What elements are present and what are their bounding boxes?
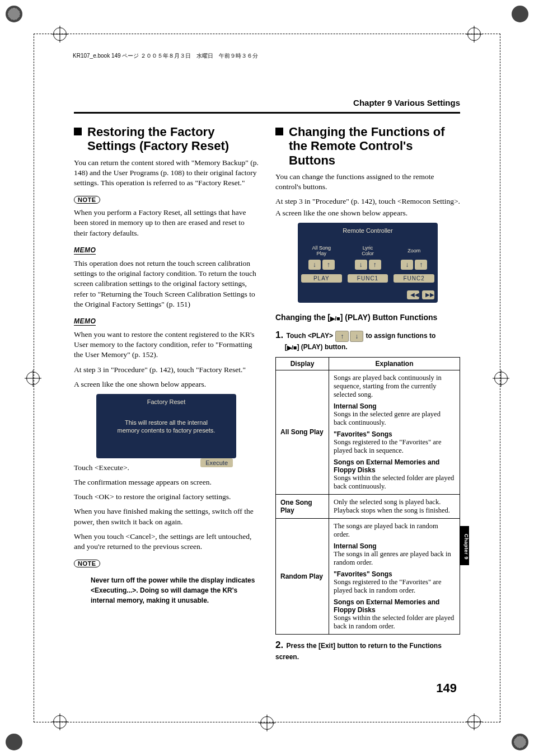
content-columns: Restoring the Factory Settings (Factory …	[74, 120, 460, 678]
crosshair-icon	[494, 372, 508, 385]
note-text: When you perform a Factory Reset, all se…	[74, 208, 259, 238]
left-column: Restoring the Factory Settings (Factory …	[74, 120, 259, 678]
subheading-play-functions: Changing the [▶/■] (PLAY) Button Functio…	[275, 313, 460, 322]
crosshair-icon	[467, 715, 481, 729]
section-heading-factory-reset: Restoring the Factory Settings (Factory …	[74, 125, 259, 153]
print-corner-icon	[6, 734, 22, 750]
arrow-down-icon: ↓	[308, 260, 321, 270]
nav-arrows: ◀◀ ▶▶	[301, 290, 434, 299]
heading-text: Changing the Functions of the Remote Con…	[289, 125, 460, 167]
table-header-row: Display Explanation	[276, 357, 460, 370]
screenshot-title: Factory Reset	[100, 397, 233, 405]
note-label: NOTE	[74, 560, 100, 567]
play-stop-icon: ▶/■	[330, 315, 340, 322]
panel-allsong: All Song Play ↓↑	[301, 245, 342, 270]
right-column: Changing the Functions of the Remote Con…	[275, 120, 460, 678]
arrow-pair: ↓↑	[301, 260, 342, 270]
remote-controller-screenshot: Remote Controller All Song Play ↓↑ Lyric…	[298, 223, 438, 303]
function-table: Display Explanation All Song Play Songs …	[275, 357, 460, 635]
next-icon: ▶▶	[422, 290, 434, 299]
table-row: One Song Play Only the selected song is …	[276, 494, 460, 518]
factory-reset-screenshot: Factory Reset This will restore all the …	[96, 394, 236, 458]
cell-explanation: The songs are played back in random orde…	[329, 518, 460, 634]
arrow-pair: ↓↑	[348, 260, 388, 270]
page-number: 149	[436, 681, 457, 696]
cell-display: Random Play	[276, 518, 329, 634]
square-bullet-icon	[74, 128, 82, 135]
body-text: When you touch <Cancel>, the settings ar…	[74, 532, 259, 552]
table-row: Random Play The songs are played back in…	[276, 518, 460, 634]
table-row: All Song Play Songs are played back cont…	[276, 370, 460, 494]
body-text: Touch <OK> to restore the original facto…	[74, 492, 259, 502]
prev-icon: ◀◀	[407, 290, 419, 299]
crosshair-icon	[53, 27, 67, 41]
cell-display: One Song Play	[276, 494, 329, 518]
body-text: The confirmation message appears on scre…	[74, 477, 259, 487]
print-guide	[34, 34, 500, 34]
arrow-up-icon: ↑	[322, 260, 335, 270]
crosshair-icon	[260, 716, 274, 730]
step-text: Touch <PLAY>	[287, 332, 333, 340]
arrow-up-icon: ↑	[335, 331, 349, 342]
panel-lyric: Lyric Color ↓↑	[348, 245, 388, 270]
crosshair-icon	[26, 372, 40, 385]
cell-explanation: Songs are played back continuously in se…	[329, 370, 460, 494]
note-label: NOTE	[74, 196, 100, 204]
step-2: 2. Press the [Exit] button to return to …	[275, 638, 460, 663]
table-header-display: Display	[276, 357, 329, 370]
memo-label: MEMO	[74, 246, 96, 255]
cell-explanation: Only the selected song is played back. P…	[329, 494, 460, 518]
body-text: A screen like the one shown below appear…	[275, 208, 460, 218]
arrow-up-icon: ↑	[369, 260, 381, 270]
func1-label: FUNC1	[348, 274, 388, 283]
step-number: 2.	[275, 640, 283, 650]
chapter-rule	[74, 112, 460, 114]
func-play-label: PLAY	[301, 274, 342, 283]
memo-text: When you want to restore the content reg…	[74, 330, 259, 360]
cell-display: All Song Play	[276, 370, 329, 494]
step-text: to assign functions to	[366, 332, 436, 340]
func2-label: FUNC2	[394, 274, 434, 283]
screenshot-message: This will restore all the internal memor…	[100, 419, 233, 435]
chapter-side-tab: Chapter 9	[460, 526, 469, 565]
execute-button: Execute	[200, 458, 233, 467]
step-1: 1. Touch <PLAY> ↑↓ to assign functions t…	[275, 328, 460, 353]
body-text: At step 3 in "Procedure" (p. 142), touch…	[275, 196, 460, 206]
panel-zoom: Zoom ↓↑	[394, 245, 434, 270]
panel-label: All Song Play	[301, 245, 342, 257]
section-heading-remote-buttons: Changing the Functions of the Remote Con…	[275, 125, 460, 167]
body-text: You can return the content stored with "…	[74, 158, 259, 189]
step-text: Press the [Exit] button to return to the…	[275, 642, 442, 661]
chapter-title: Chapter 9 Various Settings	[353, 98, 460, 107]
crosshair-icon	[467, 27, 481, 41]
step-text: [▶/■] (PLAY) button.	[285, 343, 348, 351]
screenshot-panels: All Song Play ↓↑ Lyric Color ↓↑ Zoom ↓↑	[301, 245, 434, 270]
arrow-up-icon: ↑	[415, 260, 427, 270]
memo-text: This operation does not return the touch…	[74, 259, 259, 309]
step-number: 1.	[275, 330, 283, 340]
func-labels: PLAY FUNC1 FUNC2	[301, 274, 434, 283]
memo-label: MEMO	[74, 317, 96, 326]
arrow-down-icon: ↓	[401, 260, 413, 270]
square-bullet-icon	[275, 128, 283, 135]
heading-text: Restoring the Factory Settings (Factory …	[87, 125, 259, 153]
panel-label: Zoom	[394, 245, 434, 257]
table-header-explanation: Explanation	[329, 357, 460, 370]
body-text: You can change the functions assigned to…	[275, 172, 460, 192]
arrow-down-icon: ↓	[355, 260, 367, 270]
note-text-bold: Never turn off the power while the displ…	[91, 575, 259, 605]
print-corner-icon	[6, 6, 22, 22]
body-text: A screen like the one shown below appear…	[74, 379, 259, 389]
body-text: At step 3 in "Procedure" (p. 142), touch…	[74, 365, 259, 375]
print-corner-icon	[512, 6, 528, 22]
page-root: KR107_e.book 149 ページ ２００５年８月３日 水曜日 午前９時３…	[0, 0, 534, 756]
play-stop-icon: ▶/■	[287, 343, 297, 353]
print-header: KR107_e.book 149 ページ ２００５年８月３日 水曜日 午前９時３…	[73, 52, 461, 60]
arrow-down-icon: ↓	[350, 331, 363, 342]
screenshot-title: Remote Controller	[301, 226, 434, 234]
crosshair-icon	[53, 715, 67, 729]
panel-label: Lyric Color	[348, 245, 388, 257]
print-corner-icon	[512, 734, 528, 750]
body-text: When you have finished making the settin…	[74, 506, 259, 527]
arrow-pair: ↓↑	[394, 260, 434, 270]
